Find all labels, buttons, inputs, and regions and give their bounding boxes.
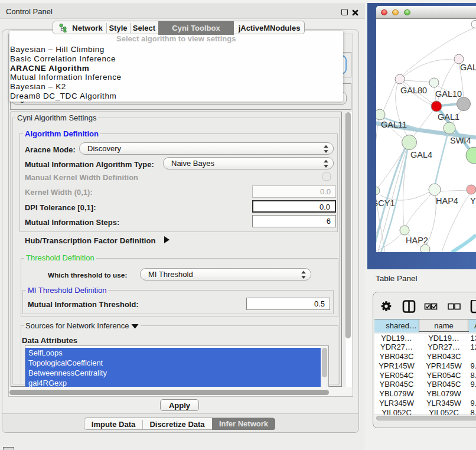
svg-text:HAP2: HAP2 [406, 236, 428, 245]
svg-text:GAL1: GAL1 [438, 112, 459, 122]
svg-text:GAL80: GAL80 [400, 86, 427, 95]
svg-text:GAL11: GAL11 [381, 120, 407, 129]
svg-text:GAL: GAL [460, 63, 476, 72]
svg-text:Y: Y [470, 196, 476, 206]
svg-text:GAL4: GAL4 [410, 150, 432, 159]
svg-text:GCY1: GCY1 [376, 198, 395, 208]
svg-text:SWI4: SWI4 [450, 136, 471, 145]
svg-text:GAL10: GAL10 [435, 89, 462, 99]
svg-text:HAP4: HAP4 [436, 196, 458, 206]
